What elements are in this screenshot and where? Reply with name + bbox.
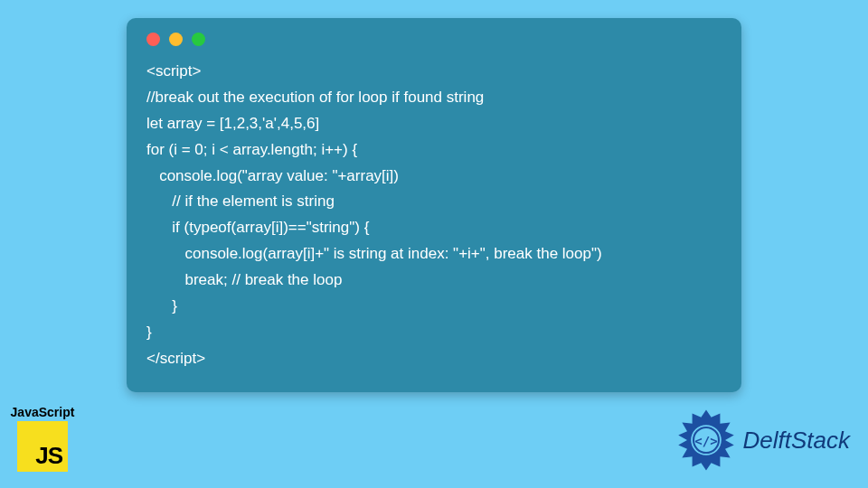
javascript-label: JavaScript bbox=[2, 405, 83, 419]
javascript-badge: JavaScript JS bbox=[2, 405, 83, 472]
svg-text:</>: </> bbox=[694, 434, 717, 448]
window-traffic-lights bbox=[146, 33, 722, 46]
delftstack-logo-icon: </> bbox=[675, 408, 738, 472]
javascript-logo-text: JS bbox=[35, 442, 62, 470]
delftstack-brand-text: DelftStack bbox=[743, 427, 851, 455]
code-window: <script> //break out the execution of fo… bbox=[127, 18, 741, 392]
delftstack-brand: </> DelftStack bbox=[675, 408, 851, 472]
code-block: <script> //break out the execution of fo… bbox=[146, 59, 722, 372]
maximize-icon bbox=[192, 33, 205, 46]
close-icon bbox=[146, 33, 160, 46]
javascript-logo-icon: JS bbox=[17, 421, 68, 472]
minimize-icon bbox=[169, 33, 183, 46]
